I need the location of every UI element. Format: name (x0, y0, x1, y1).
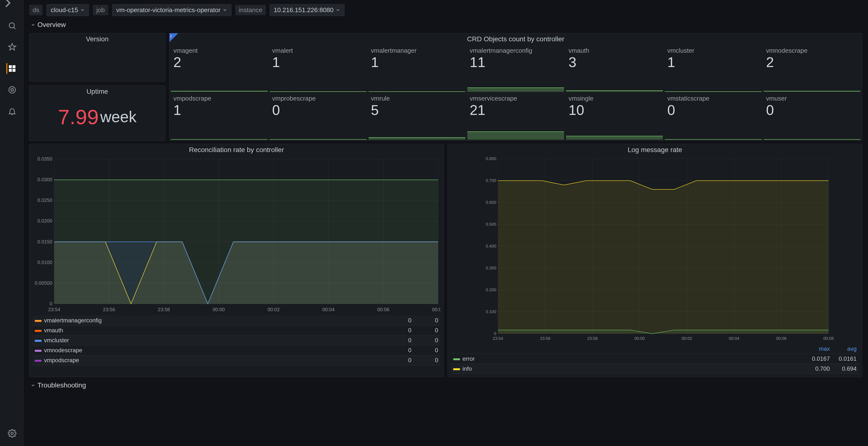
reconciliation-chart[interactable]: 00.005000.01000.01500.02000.02500.03000.… (32, 157, 440, 314)
svg-rect-4 (12, 69, 15, 72)
section-overview-toggle[interactable]: Overview (29, 20, 862, 30)
metric-label: vmservicescrape (470, 95, 562, 102)
job-label: job (93, 5, 108, 15)
legend-row[interactable]: info0.7000.694 (451, 364, 859, 374)
svg-point-5 (9, 87, 15, 93)
metric-label: vmalertmanagerconfig (470, 47, 562, 55)
panel-crd-title: CRD Objects count by controller (169, 33, 862, 45)
instance-value: 10.216.151.226:8080 (274, 6, 334, 14)
svg-text:0.0100: 0.0100 (37, 260, 52, 265)
alerts-icon[interactable] (6, 106, 17, 116)
metric-label: vmalertmanager (371, 47, 463, 55)
crd-metric-vmuser: vmuser0 (763, 93, 861, 140)
metric-value: 1 (371, 55, 463, 70)
svg-text:00:08: 00:08 (823, 336, 834, 341)
metric-label: vmnodescrape (766, 47, 858, 55)
crd-metric-vmnodescrape: vmnodescrape2 (763, 45, 861, 92)
svg-rect-2 (12, 65, 15, 68)
log-rate-legend: maxavgerror0.01670.0161info0.7000.694 (451, 344, 859, 374)
star-icon[interactable] (6, 42, 17, 53)
log-rate-chart[interactable]: 00.1000.2000.3000.4000.5000.6000.7000.80… (451, 157, 859, 342)
section-troubleshooting-toggle[interactable]: Troubleshooting (29, 380, 862, 390)
svg-text:23:56: 23:56 (540, 336, 551, 341)
crd-metric-vmstaticscrape: vmstaticscrape0 (664, 93, 762, 140)
chevron-down-icon (222, 7, 227, 12)
svg-text:00:06: 00:06 (377, 307, 389, 312)
left-navbar (0, 0, 23, 446)
metric-value: 1 (173, 102, 265, 118)
svg-text:23:54: 23:54 (493, 336, 503, 341)
panel-uptime[interactable]: Uptime 7.99 week (29, 85, 165, 141)
legend-row[interactable]: vmalertmanagerconfig00 (32, 315, 440, 325)
info-corner-icon[interactable]: i (169, 33, 178, 42)
ds-picker[interactable]: cloud-c15 (46, 4, 89, 16)
panel-reconciliation[interactable]: Reconciliation rate by controller 00.005… (29, 144, 444, 377)
job-picker[interactable]: vm-operator-victoria-metrics-operator (112, 4, 231, 16)
svg-text:0: 0 (50, 301, 52, 306)
legend-row[interactable]: vmpodscrape00 (32, 355, 440, 365)
explore-icon[interactable] (6, 84, 17, 95)
svg-text:0.0200: 0.0200 (37, 218, 52, 224)
chevron-down-icon (31, 22, 35, 27)
search-icon[interactable] (6, 21, 17, 31)
ds-label: ds (29, 5, 42, 15)
svg-text:00:00: 00:00 (634, 336, 645, 341)
job-value: vm-operator-victoria-metrics-operator (116, 6, 220, 14)
instance-picker[interactable]: 10.216.151.226:8080 (270, 4, 344, 16)
panel-log-rate[interactable]: Log message rate 00.1000.2000.3000.4000.… (447, 144, 862, 377)
metric-value: 21 (470, 102, 562, 118)
legend-row[interactable]: error0.01670.0161 (451, 354, 859, 364)
chevron-down-icon (80, 7, 85, 12)
panel-uptime-title: Uptime (29, 86, 165, 97)
dock-toggle[interactable] (0, 0, 16, 6)
panel-crd[interactable]: i CRD Objects count by controller vmagen… (169, 33, 862, 141)
crd-metric-vmalert: vmalert1 (269, 45, 367, 92)
settings-icon[interactable] (6, 428, 17, 439)
legend-row[interactable]: vmauth00 (32, 325, 440, 336)
panel-version[interactable]: Version (29, 33, 165, 81)
chevron-down-icon (31, 383, 35, 388)
section-overview-title: Overview (37, 21, 66, 29)
metric-label: vmagent (173, 47, 265, 55)
svg-point-6 (11, 433, 13, 435)
svg-text:00:02: 00:02 (268, 307, 280, 312)
metric-label: vmsingle (568, 95, 660, 102)
uptime-unit: week (100, 108, 136, 126)
metric-value: 0 (667, 102, 759, 118)
metric-label: vmalert (272, 47, 364, 55)
legend-row[interactable]: vmnodescrape00 (32, 345, 440, 355)
svg-text:00:04: 00:04 (729, 336, 740, 341)
svg-text:0.00500: 0.00500 (35, 280, 52, 286)
uptime-value: 7.99 (58, 105, 99, 129)
chevron-down-icon (336, 7, 340, 12)
svg-text:23:58: 23:58 (158, 307, 170, 312)
dashboards-icon[interactable] (6, 63, 17, 74)
variable-toolbar: ds cloud-c15 job vm-operator-victoria-me… (29, 3, 862, 16)
crd-metric-vmpodscrape: vmpodscrape1 (170, 93, 268, 140)
metric-label: vmpodscrape (173, 95, 265, 102)
svg-point-0 (9, 23, 14, 28)
crd-metric-vmcluster: vmcluster1 (664, 45, 762, 92)
crd-metric-vmalertmanagerconfig: vmalertmanagerconfig11 (467, 45, 564, 92)
svg-text:23:58: 23:58 (587, 336, 598, 341)
svg-text:00:04: 00:04 (322, 307, 335, 312)
crd-metric-vmrule: vmrule5 (368, 93, 466, 140)
metric-value: 5 (371, 102, 463, 118)
svg-text:0.500: 0.500 (486, 222, 496, 227)
legend-row[interactable]: vmcluster00 (32, 336, 440, 345)
svg-text:0.400: 0.400 (486, 244, 496, 248)
section-troubleshooting-title: Troubleshooting (37, 381, 86, 389)
metric-value: 11 (470, 55, 562, 70)
ds-value: cloud-c15 (51, 6, 78, 14)
metric-label: vmprobescrape (272, 95, 364, 102)
svg-text:0.0250: 0.0250 (37, 198, 52, 203)
metric-value: 0 (766, 102, 858, 118)
svg-text:23:54: 23:54 (48, 307, 60, 312)
metric-value: 3 (568, 55, 660, 70)
svg-text:0.100: 0.100 (486, 309, 496, 314)
svg-text:0.300: 0.300 (486, 266, 496, 270)
metric-label: vmcluster (667, 47, 759, 55)
svg-text:0.0150: 0.0150 (37, 239, 52, 244)
svg-text:0.800: 0.800 (486, 157, 496, 161)
metric-value: 2 (766, 55, 858, 70)
